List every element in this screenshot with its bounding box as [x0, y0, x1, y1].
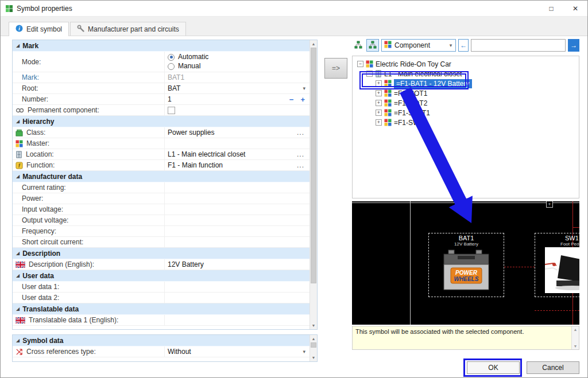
- property-value-cell[interactable]: [164, 138, 310, 149]
- close-button[interactable]: ✕: [563, 1, 587, 16]
- browse-button[interactable]: ...: [297, 128, 304, 137]
- property-value-cell[interactable]: AutomaticManual: [164, 52, 310, 72]
- section-header[interactable]: ◢User data: [13, 270, 310, 282]
- property-value-cell[interactable]: BAT1: [164, 72, 310, 83]
- crossref-icon: [16, 348, 23, 356]
- chevron-down-icon[interactable]: ▾: [303, 85, 305, 91]
- tree-expander-icon[interactable]: +: [376, 119, 382, 126]
- property-value-cell[interactable]: [164, 105, 310, 115]
- dropdown-value: Component: [394, 41, 430, 49]
- tree-item[interactable]: +=F1-MOT2: [353, 98, 579, 108]
- tree-expander-icon[interactable]: −: [366, 71, 373, 77]
- scrollbar[interactable]: ▲ ▼: [310, 40, 317, 329]
- component-filter-input[interactable]: [471, 39, 566, 52]
- tab-edit-symbol[interactable]: i Edit symbol: [9, 22, 69, 36]
- tree-expander-icon[interactable]: +: [376, 110, 382, 116]
- tree-item[interactable]: +=F1-SHFT1: [353, 108, 579, 118]
- previous-button[interactable]: ←: [458, 39, 469, 52]
- scroll-down-icon[interactable]: ▼: [574, 344, 578, 348]
- property-label-cell: Translatable data 1 (English):: [13, 315, 164, 325]
- window-controls: □ ✕: [539, 1, 587, 16]
- checkbox[interactable]: [168, 107, 175, 114]
- property-value-cell[interactable]: [164, 237, 310, 247]
- scroll-up-icon[interactable]: ▲: [310, 335, 317, 342]
- tree-view-flat-button[interactable]: [352, 39, 364, 52]
- property-label: Description (English):: [29, 260, 94, 268]
- increment-button[interactable]: +: [300, 95, 305, 104]
- radio-option-automatic[interactable]: Automatic: [168, 53, 208, 61]
- property-label-cell: Current rating:: [13, 182, 164, 193]
- tab-manufacturer-part[interactable]: Manufacturer part and circuits: [70, 22, 186, 36]
- property-value-cell[interactable]: 1−+: [164, 94, 310, 104]
- filter-type-dropdown[interactable]: Component ▾: [381, 39, 456, 52]
- scroll-track[interactable]: [310, 342, 317, 354]
- property-value-cell[interactable]: Power supplies...: [164, 127, 310, 138]
- location-icon: [375, 70, 382, 77]
- tree-expander-icon[interactable]: +: [376, 90, 382, 96]
- scroll-track[interactable]: [310, 48, 317, 322]
- info-message-text: This symbol will be associated with the …: [353, 326, 571, 349]
- scrollbar[interactable]: ▲ ▼: [571, 326, 579, 349]
- tree-view-hierarchy-button[interactable]: [366, 39, 378, 52]
- tree-item[interactable]: +=F1-SW1: [353, 118, 579, 127]
- chevron-down-icon[interactable]: ▾: [303, 349, 305, 354]
- property-value-cell[interactable]: Without▾: [164, 346, 310, 357]
- switch-symbol-box[interactable]: SW1 Foot Pedal: [535, 233, 579, 297]
- property-value-cell[interactable]: [164, 282, 310, 292]
- transfer-button[interactable]: =>: [324, 58, 347, 79]
- property-value-cell[interactable]: [164, 204, 310, 215]
- section-header[interactable]: ◢Hierarchy: [13, 116, 310, 127]
- section-collapse-icon: ◢: [16, 273, 20, 278]
- cancel-button[interactable]: Cancel: [527, 361, 579, 374]
- radio-option-manual[interactable]: Manual: [168, 62, 200, 71]
- next-button[interactable]: →: [568, 39, 579, 52]
- battery-symbol-box[interactable]: BAT1 12V Battery POWER WHEELS: [428, 233, 504, 297]
- component-icon: [384, 119, 392, 126]
- property-label-cell: Input voltage:: [13, 204, 164, 215]
- browse-button[interactable]: ...: [297, 150, 304, 158]
- scroll-down-icon[interactable]: ▼: [310, 322, 317, 329]
- scroll-up-icon[interactable]: ▲: [310, 40, 317, 48]
- scroll-down-icon[interactable]: ▼: [310, 354, 317, 361]
- class-icon: [16, 129, 23, 137]
- property-value-cell[interactable]: F1 - Main function...: [164, 160, 310, 170]
- property-label-cell: Root:: [13, 83, 164, 93]
- tree-expander-icon[interactable]: −: [357, 61, 363, 67]
- section-header[interactable]: ◢Description: [13, 248, 310, 259]
- number-stepper: −+: [289, 95, 305, 104]
- property-value-cell[interactable]: L1 - Main electrical closet...: [164, 149, 310, 159]
- property-row: Cross references type:Without▾: [13, 346, 310, 357]
- scroll-thumb[interactable]: [311, 342, 316, 348]
- property-value-cell[interactable]: 12V Battery: [164, 259, 310, 270]
- scroll-thumb[interactable]: [311, 48, 316, 283]
- pedal-image: [545, 247, 579, 293]
- property-value-cell[interactable]: [164, 293, 310, 303]
- property-value-cell[interactable]: [164, 182, 310, 193]
- scrollbar[interactable]: ▲ ▼: [310, 335, 317, 361]
- property-row: User data 1:: [13, 282, 310, 293]
- browse-button[interactable]: ...: [297, 161, 304, 169]
- property-value-cell[interactable]: [164, 315, 310, 325]
- property-value-cell[interactable]: [164, 226, 310, 236]
- tree-expander-icon[interactable]: +: [376, 100, 382, 106]
- tree-item[interactable]: +=F1-BAT1 - 12V Battery: [353, 79, 579, 88]
- property-value-cell[interactable]: [164, 215, 310, 225]
- tree-item[interactable]: −L1 - Main electrical closet: [353, 69, 579, 79]
- maximize-button[interactable]: □: [539, 1, 563, 16]
- tree-item[interactable]: −Electric Ride-On Toy Car: [353, 59, 579, 69]
- property-value-cell[interactable]: BAT▾: [164, 83, 310, 93]
- scroll-up-icon[interactable]: ▲: [574, 328, 578, 332]
- property-value-cell[interactable]: [164, 193, 310, 204]
- schematic-wire-red: [535, 310, 579, 311]
- section-header[interactable]: ◢Manufacturer data: [13, 171, 310, 182]
- section-header[interactable]: ◢Translatable data: [13, 303, 310, 315]
- ok-button[interactable]: OK: [467, 361, 520, 374]
- section-header[interactable]: ◢Symbol data: [13, 335, 310, 346]
- property-row: Mark:BAT1: [13, 72, 310, 83]
- tree-item[interactable]: +=F1-MOT1: [353, 88, 579, 98]
- property-row: Mode:AutomaticManual: [13, 52, 310, 72]
- property-row: fFunction:F1 - Main function...: [13, 160, 310, 171]
- decrement-button[interactable]: −: [289, 95, 294, 104]
- tree-expander-icon[interactable]: +: [376, 80, 382, 87]
- section-header[interactable]: ◢Mark: [13, 40, 310, 52]
